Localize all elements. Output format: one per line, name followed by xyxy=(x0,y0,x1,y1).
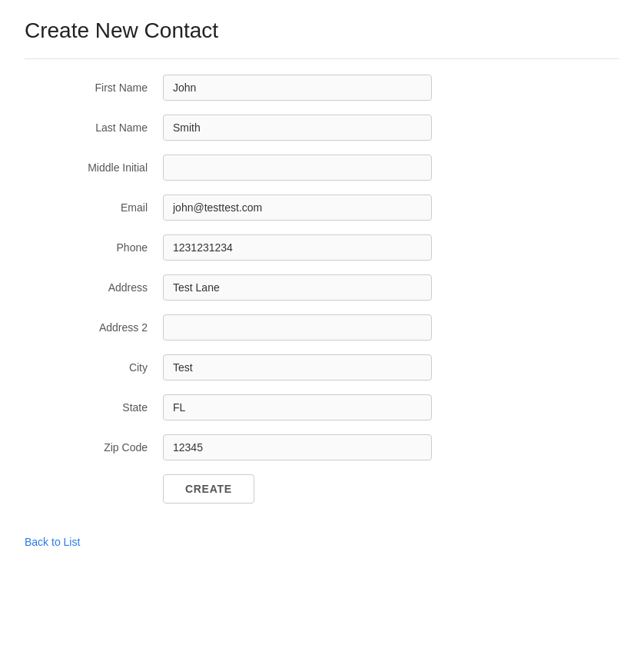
state-input-row: State xyxy=(25,394,563,420)
first-name-input-row: First Name xyxy=(25,75,563,101)
create-button[interactable]: CREATE xyxy=(163,474,254,503)
phone-input-label: Phone xyxy=(25,241,163,254)
middle-initial-input-row: Middle Initial xyxy=(25,155,563,181)
submit-row: CREATE xyxy=(25,474,563,503)
zip-code-input-row: Zip Code xyxy=(25,434,563,460)
email-input-label: Email xyxy=(25,201,163,214)
address-input[interactable] xyxy=(163,274,432,301)
middle-initial-input[interactable] xyxy=(163,155,432,181)
zip-code-input[interactable] xyxy=(163,434,432,460)
page-title: Create New Contact xyxy=(25,18,619,43)
contact-form: First NameLast NameMiddle InitialEmailPh… xyxy=(25,75,563,503)
email-input[interactable] xyxy=(163,194,432,221)
city-input-row: City xyxy=(25,354,563,381)
state-input[interactable] xyxy=(163,394,432,420)
city-input-label: City xyxy=(25,361,163,374)
first-name-input-label: First Name xyxy=(25,81,163,94)
middle-initial-input-label: Middle Initial xyxy=(25,161,163,174)
last-name-input-row: Last Name xyxy=(25,115,563,141)
email-input-row: Email xyxy=(25,194,563,221)
address-input-row: Address xyxy=(25,274,563,301)
last-name-input[interactable] xyxy=(163,115,432,141)
first-name-input[interactable] xyxy=(163,75,432,101)
phone-input-row: Phone xyxy=(25,234,563,261)
state-input-label: State xyxy=(25,401,163,414)
address2-input-label: Address 2 xyxy=(25,321,163,334)
zip-code-input-label: Zip Code xyxy=(25,441,163,454)
divider xyxy=(25,58,619,59)
last-name-input-label: Last Name xyxy=(25,121,163,134)
city-input[interactable] xyxy=(163,354,432,381)
back-to-list-link[interactable]: Back to List xyxy=(25,536,80,548)
address2-input-row: Address 2 xyxy=(25,314,563,341)
address-input-label: Address xyxy=(25,281,163,294)
address2-input[interactable] xyxy=(163,314,432,341)
phone-input[interactable] xyxy=(163,234,432,261)
